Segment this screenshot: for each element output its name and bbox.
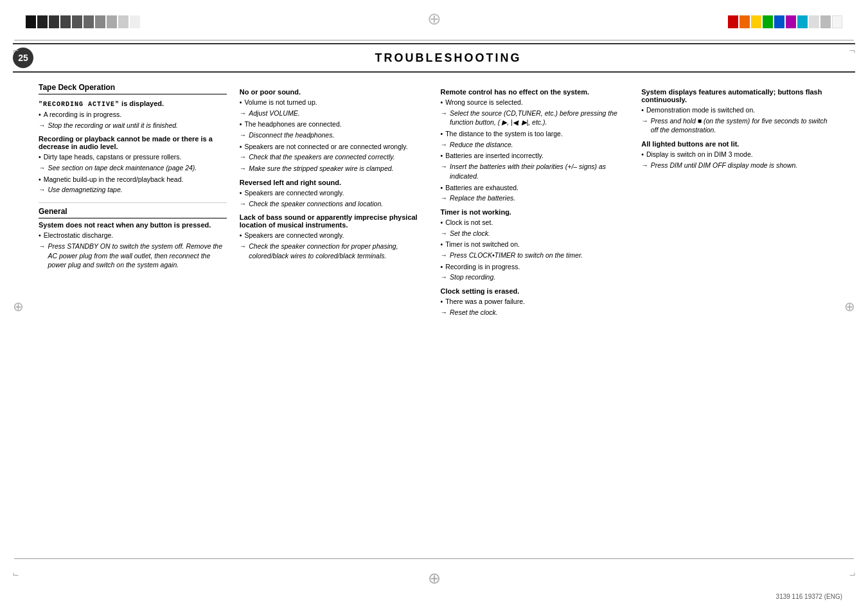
bullet-volume: • Volume is not turned up. — [240, 98, 428, 107]
bullet-a-recording: • A recording is in progress. — [39, 110, 227, 120]
arrow-stop-recording: → Stop recording. — [441, 272, 629, 282]
arrow-text: Reduce the distance. — [450, 140, 513, 150]
arrow-icon: → — [240, 199, 247, 209]
bullet-dim3: • Display is switch on in DIM 3 mode. — [641, 150, 829, 159]
bullet-icon: • — [441, 218, 443, 227]
arrow-icon: → — [441, 109, 448, 118]
arrow-text: Press and hold ■ (on the system) for fiv… — [651, 116, 829, 135]
block-9 — [118, 15, 128, 28]
bullet-text: Electrostatic discharge. — [44, 231, 114, 240]
color-block-gray — [820, 15, 831, 28]
bullet-text: Wrong source is selected. — [445, 98, 523, 107]
bullet-text: Dirty tape heads, capstans or pressure r… — [44, 152, 182, 162]
arrow-insert-batteries: → Insert the batteries with their polari… — [441, 162, 629, 181]
arrow-icon: → — [441, 140, 448, 150]
no-sound-heading: No or poor sound. — [240, 88, 428, 96]
bullet-icon: • — [441, 151, 443, 161]
arrow-icon: → — [240, 130, 247, 140]
bullet-icon: • — [641, 105, 644, 115]
general-title: General — [39, 207, 227, 218]
system-subsection-heading: System does not react when any button is… — [39, 221, 227, 229]
bullet-power-failure: • There was a power failure. — [441, 297, 629, 306]
left-crosshair: ⊕ — [13, 299, 24, 314]
bullet-text: Volume is not turned up. — [244, 98, 317, 107]
arrow-select-source: → Select the source (CD,TUNER, etc.) bef… — [441, 109, 629, 127]
arrow-icon: → — [441, 272, 448, 282]
bullet-dirty-heads: • Dirty tape heads, capstans or pressure… — [39, 152, 227, 162]
arrow-text: Check that the speakers are connected co… — [249, 152, 394, 162]
bottom-crosshair: ⊕ — [428, 569, 441, 587]
bullet-batteries-incorrect: • Batteries are inserted incorrectly. — [441, 151, 629, 161]
column-4: System displays features automatically; … — [641, 83, 829, 319]
arrow-icon: → — [441, 229, 448, 238]
bullet-icon: • — [441, 183, 443, 193]
bullet-wrong-source: • Wrong source is selected. — [441, 98, 629, 107]
title-line: 25 TROUBLESHOOTING — [13, 43, 855, 73]
arrow-adjust-volume: → Adjust VOLUME. — [240, 109, 428, 118]
arrow-icon: → — [641, 116, 648, 126]
bullet-speakers-wrongly-2: • Speakers are connected wrongly. — [240, 231, 428, 240]
bottom-right-corner-mark: ⌐ — [849, 569, 855, 581]
content-area: Tape Deck Operation "RECORDING ACTIVE" i… — [13, 73, 855, 329]
bullet-text: Recording is in progress. — [445, 262, 520, 272]
arrow-icon: → — [39, 121, 46, 130]
arrow-icon: → — [240, 109, 247, 118]
top-rule — [14, 40, 854, 40]
arrow-text: Press STANDBY ON to switch the system of… — [48, 242, 227, 270]
color-block-white — [832, 15, 842, 28]
arrow-text: Insert the batteries with their polariti… — [450, 162, 628, 181]
mono-text: "RECORDING ACTIVE" — [39, 101, 120, 108]
arrow-check-speakers: → Check that the speakers are connected … — [240, 152, 428, 162]
arrow-reduce-distance: → Reduce the distance. — [441, 140, 629, 150]
bullet-icon: • — [441, 240, 443, 249]
bullet-text: The distance to the system is too large. — [445, 129, 563, 139]
column-3: Remote control has no effect on the syst… — [441, 83, 642, 319]
bullet-text: Demonstration mode is switched on. — [646, 105, 755, 115]
top-crosshair: ⊕ — [427, 9, 441, 29]
bullet-icon: • — [441, 297, 443, 306]
bullet-icon: • — [39, 175, 41, 184]
bullet-text: A recording is in progress. — [44, 110, 121, 120]
right-color-blocks — [728, 15, 842, 28]
block-2 — [37, 15, 48, 28]
bullet-speakers-wrongly: • Speakers are connected wrongly. — [240, 188, 428, 198]
top-right-corner-mark: ⌐ — [849, 45, 855, 57]
lack-bass-heading: Lack of bass sound or apparently impreci… — [240, 213, 428, 229]
arrow-check-phasing: → Check the speaker connection for prope… — [240, 242, 428, 260]
block-3 — [49, 15, 59, 28]
color-block-yellow — [751, 15, 761, 28]
bullet-icon: • — [39, 110, 41, 120]
column-2: No or poor sound. • Volume is not turned… — [240, 83, 441, 319]
bullet-icon: • — [39, 152, 41, 162]
bullet-distance: • The distance to the system is too larg… — [441, 129, 629, 139]
timer-heading: Timer is not working. — [441, 208, 629, 216]
bullet-icon: • — [240, 142, 242, 152]
arrow-text: Select the source (CD,TUNER, etc.) befor… — [450, 109, 628, 127]
arrow-icon: → — [441, 193, 448, 203]
arrow-check-connections: → Check the speaker connections and loca… — [240, 199, 428, 209]
bullet-electrostatic: • Electrostatic discharge. — [39, 231, 227, 240]
color-block-cyan — [797, 15, 808, 28]
arrow-icon: → — [39, 185, 46, 195]
arrow-icon: → — [39, 163, 46, 173]
block-10 — [130, 15, 140, 28]
color-block-orange — [740, 15, 750, 28]
bullet-icon: • — [240, 188, 242, 198]
recording-subsection-heading: Recording or playback cannot be made or … — [39, 135, 227, 150]
bullet-text: Magnetic build-up in the record/playback… — [44, 175, 184, 184]
bullet-clock-not-set: • Clock is not set. — [441, 218, 629, 227]
bullet-text: There was a power failure. — [445, 297, 525, 306]
bottom-left-corner-mark: ⌐ — [13, 569, 19, 581]
block-1 — [26, 15, 36, 28]
bullet-demo-mode: • Demonstration mode is switched on. — [641, 105, 829, 115]
color-block-lightgray — [809, 15, 819, 28]
arrow-replace-batteries: → Replace the batteries. — [441, 193, 629, 203]
doc-number: 3139 116 19372 (ENG) — [776, 593, 842, 600]
arrow-text: See section on tape deck maintenance (pa… — [48, 163, 197, 173]
bullet-icon: • — [441, 129, 443, 139]
arrow-text: Use demagnetizing tape. — [48, 185, 123, 195]
block-7 — [95, 15, 105, 28]
clock-heading: Clock setting is erased. — [441, 287, 629, 295]
section-divider — [39, 202, 227, 203]
arrow-text: Disconnect the headphones. — [249, 130, 334, 140]
